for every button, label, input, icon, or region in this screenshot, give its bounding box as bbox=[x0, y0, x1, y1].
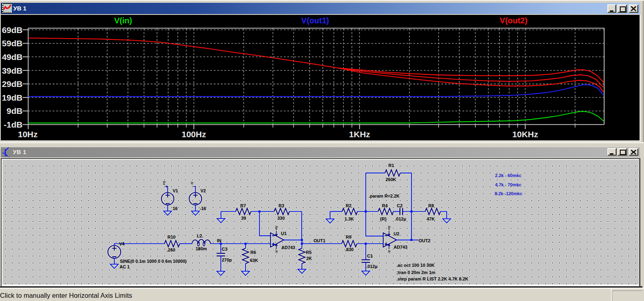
svg-text:R4: R4 bbox=[382, 203, 388, 208]
svg-text:+V: +V bbox=[387, 226, 391, 230]
svg-text:OUT2: OUT2 bbox=[419, 238, 430, 243]
svg-text:V(in): V(in) bbox=[114, 16, 132, 25]
svg-text:V4: V4 bbox=[119, 241, 125, 246]
svg-text:AD743: AD743 bbox=[281, 245, 295, 250]
svg-text:49dB: 49dB bbox=[2, 52, 23, 62]
svg-text:8.2k -120mkc: 8.2k -120mkc bbox=[495, 191, 522, 196]
svg-text:V1: V1 bbox=[173, 188, 178, 193]
svg-text:C2: C2 bbox=[397, 203, 402, 208]
svg-text:R10: R10 bbox=[167, 235, 175, 239]
svg-text:V2: V2 bbox=[200, 188, 206, 193]
svg-text:L2.: L2. bbox=[197, 233, 203, 238]
svg-text:330: 330 bbox=[277, 216, 285, 221]
svg-text:V(out1): V(out1) bbox=[301, 16, 329, 25]
svg-text:2.2k - 60mkc: 2.2k - 60mkc bbox=[495, 173, 521, 178]
svg-text:1.3K: 1.3K bbox=[345, 216, 354, 221]
svg-text:U2: U2 bbox=[394, 231, 399, 236]
svg-text:.012µ: .012µ bbox=[366, 264, 378, 269]
svg-text:10Hz: 10Hz bbox=[18, 130, 37, 139]
svg-text:69dB: 69dB bbox=[2, 25, 23, 35]
svg-text:63K: 63K bbox=[250, 258, 258, 263]
svg-text:R8: R8 bbox=[428, 203, 434, 208]
svg-text:OUT1: OUT1 bbox=[314, 238, 325, 243]
svg-text:47K: 47K bbox=[427, 216, 435, 221]
svg-text:;tran 0 20m 2m 1m: ;tran 0 20m 2m 1m bbox=[396, 270, 436, 275]
svg-text:+V: +V bbox=[275, 226, 279, 230]
svg-text:SINE(0 0.1m 1000 0 0 6m 10000): SINE(0 0.1m 1000 0 0 6m 10000) bbox=[120, 259, 187, 264]
svg-text:V(out2): V(out2) bbox=[500, 16, 528, 25]
svg-text:R6: R6 bbox=[250, 250, 256, 255]
svg-text:39dB: 39dB bbox=[2, 66, 23, 75]
svg-text:100Hz: 100Hz bbox=[182, 130, 206, 139]
svg-text:IN: IN bbox=[217, 238, 221, 243]
svg-text:.param R=2.2K: .param R=2.2K bbox=[369, 194, 400, 198]
svg-text:+V: +V bbox=[162, 181, 166, 185]
svg-text:9dB: 9dB bbox=[6, 106, 23, 115]
svg-text:19dB: 19dB bbox=[2, 93, 23, 102]
svg-text:39: 39 bbox=[241, 216, 246, 221]
svg-text:.260: .260 bbox=[167, 247, 175, 252]
svg-text:2K: 2K bbox=[306, 256, 312, 261]
svg-text:R7: R7 bbox=[240, 203, 246, 208]
svg-text:16: 16 bbox=[173, 206, 178, 211]
svg-text:59dB: 59dB bbox=[2, 39, 23, 48]
svg-text:AD743: AD743 bbox=[394, 245, 407, 249]
svg-text:-V: -V bbox=[190, 181, 194, 185]
svg-text:AC 1: AC 1 bbox=[120, 264, 130, 269]
svg-text:-V: -V bbox=[387, 250, 391, 254]
svg-text:-16: -16 bbox=[200, 206, 206, 211]
svg-text:{R}: {R} bbox=[380, 216, 387, 221]
svg-text:1KHz: 1KHz bbox=[349, 130, 370, 139]
svg-text:270p: 270p bbox=[222, 258, 232, 262]
svg-text:-V: -V bbox=[275, 250, 279, 254]
svg-text:C1: C1 bbox=[367, 254, 373, 258]
svg-text:10KHz: 10KHz bbox=[512, 130, 538, 139]
svg-text:.step param R LIST 2.2K 4.7K 8: .step param R LIST 2.2K 4.7K 8.2K bbox=[396, 276, 469, 281]
svg-text:R1: R1 bbox=[388, 163, 394, 168]
svg-text:R5: R5 bbox=[306, 250, 312, 255]
svg-text:-1dB: -1dB bbox=[4, 120, 23, 129]
svg-text:U1: U1 bbox=[281, 231, 287, 236]
svg-text:.ac oct 100 10 30K: .ac oct 100 10 30K bbox=[396, 263, 435, 268]
svg-text:.830: .830 bbox=[345, 247, 353, 252]
svg-text:R2: R2 bbox=[346, 203, 351, 208]
svg-text:260K: 260K bbox=[386, 177, 396, 182]
svg-text:4.7k - 70mkc: 4.7k - 70mkc bbox=[495, 182, 521, 187]
svg-text:.012µ: .012µ bbox=[395, 216, 406, 221]
svg-text:R9: R9 bbox=[346, 235, 351, 239]
svg-text:29dB: 29dB bbox=[2, 79, 23, 89]
svg-text:C3: C3 bbox=[222, 247, 227, 252]
svg-text:R3: R3 bbox=[279, 203, 284, 208]
svg-text:180m: 180m bbox=[196, 246, 207, 251]
